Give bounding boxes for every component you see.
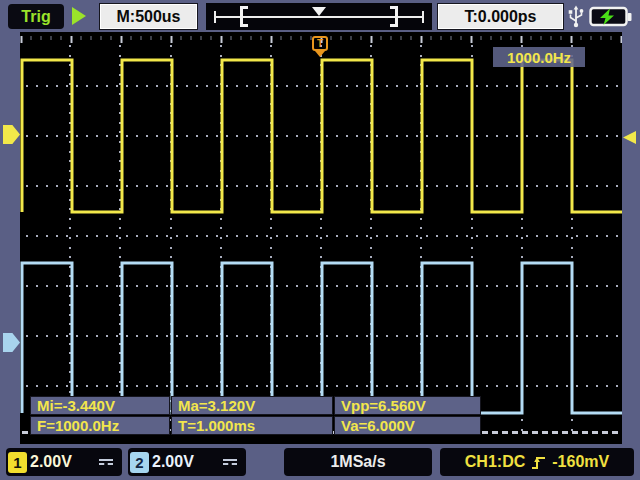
measurement-min: Mi=-3.440V	[30, 396, 170, 415]
dc-coupling-icon	[99, 459, 113, 465]
battery-charging-icon	[589, 5, 633, 28]
trigger-settings-box[interactable]: CH1:DC -160mV	[440, 448, 634, 476]
trigger-position-marker-point-icon	[315, 51, 325, 57]
window-end-bracket-icon	[390, 6, 398, 27]
ch1-reference-marker[interactable]	[3, 125, 20, 144]
trigger-offset-readout[interactable]: T:0.000ps	[438, 4, 563, 29]
ch1-scale-value: 2.00V	[30, 453, 72, 471]
display-area: T 1000.0Hz Mi=-3.440V Ma=3.120V Vpp=6.56…	[20, 32, 622, 444]
frequency-counter: 1000.0Hz	[493, 47, 585, 67]
memory-start-tick	[214, 11, 216, 23]
measurement-max: Ma=3.120V	[171, 396, 333, 415]
frequency-counter-value: 1000.0Hz	[507, 49, 571, 66]
trigger-position-triangle-icon	[312, 7, 326, 16]
ch2-badge: 2	[130, 452, 149, 473]
ch2-settings-box[interactable]: 2 2.00V	[128, 448, 246, 476]
window-start-bracket-icon	[240, 6, 248, 27]
ch1-badge: 1	[8, 452, 27, 473]
trigger-offset-value: T:0.000ps	[464, 8, 536, 26]
trigger-status-label: Trig	[21, 8, 50, 26]
trigger-position-marker-label: T	[312, 36, 328, 51]
rising-edge-icon	[531, 454, 546, 471]
memory-position-bar	[206, 3, 432, 30]
ch1-trace	[22, 60, 622, 212]
ch1-reference-arrow-icon	[3, 125, 20, 144]
waveform-plot	[20, 32, 622, 444]
measurement-vavg: Va=6.000V	[334, 416, 481, 435]
play-triangle-icon	[72, 7, 86, 25]
usb-icon	[567, 4, 585, 29]
measurement-vpp: Vpp=6.560V	[334, 396, 481, 415]
timebase-value: M:500us	[116, 8, 180, 26]
memory-end-tick	[422, 11, 424, 23]
measurement-period: T=1.000ms	[171, 416, 333, 435]
trigger-level-marker[interactable]	[623, 131, 636, 144]
ch2-scale-value: 2.00V	[152, 453, 194, 471]
ch2-trace	[22, 263, 622, 413]
dc-coupling-icon	[223, 459, 237, 465]
trigger-level-value: -160mV	[552, 453, 609, 471]
sample-rate-box[interactable]: 1MSa/s	[284, 448, 432, 476]
oscilloscope-screen: Trig M:500us T:0.000ps T 100	[0, 0, 640, 480]
measurement-freq: F=1000.0Hz	[30, 416, 170, 435]
trigger-position-marker: T	[311, 36, 329, 62]
timebase-readout[interactable]: M:500us	[100, 4, 197, 29]
sample-rate-value: 1MSa/s	[330, 453, 385, 471]
ch2-reference-arrow-icon	[3, 333, 20, 352]
trigger-source-value: CH1:DC	[465, 453, 525, 471]
ch2-reference-marker[interactable]	[3, 333, 20, 352]
ch1-settings-box[interactable]: 1 2.00V	[6, 448, 122, 476]
trigger-status-badge: Trig	[8, 4, 64, 29]
